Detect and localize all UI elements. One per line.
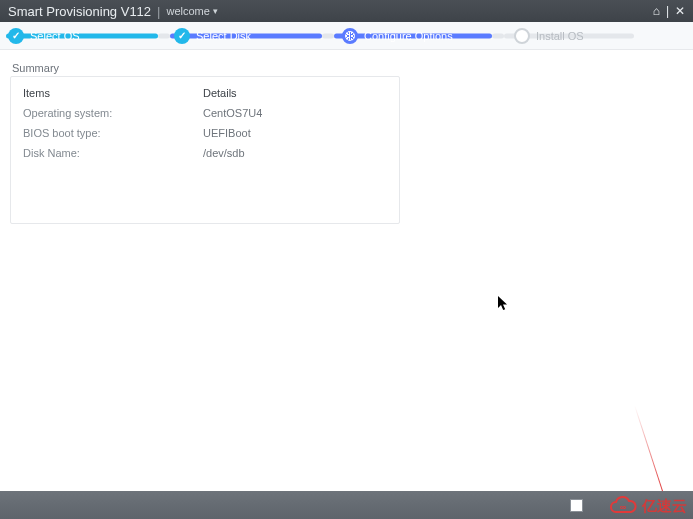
welcome-menu[interactable]: welcome ▾ — [166, 5, 217, 17]
summary-heading: Summary — [12, 62, 683, 74]
step-select-os[interactable]: Select OS — [8, 28, 80, 44]
close-icon[interactable]: ✕ — [675, 4, 685, 18]
step-install-os[interactable]: Install OS — [514, 28, 584, 44]
spinner-icon — [342, 28, 358, 44]
separator: | — [666, 4, 669, 18]
row-val: UEFIBoot — [203, 127, 387, 139]
row-key: Operating system: — [23, 107, 203, 119]
table-row: Operating system: CentOS7U4 — [23, 103, 387, 123]
title-divider: | — [157, 4, 160, 19]
check-icon — [8, 28, 24, 44]
footer-bar — [0, 491, 693, 519]
watermark-text: 亿速云 — [642, 497, 687, 516]
content-area: Summary Items Details Operating system: … — [0, 50, 693, 224]
table-row: Disk Name: /dev/sdb — [23, 143, 387, 163]
summary-panel: Items Details Operating system: CentOS7U… — [10, 76, 400, 224]
progress-steps: Select OS Select Disk Configure Options … — [0, 22, 693, 50]
home-icon[interactable]: ⌂ — [653, 4, 660, 18]
col-details: Details — [203, 87, 387, 99]
cloud-icon: ∞ — [608, 495, 638, 517]
step-label: Configure Options — [364, 30, 453, 42]
cursor-icon — [498, 296, 509, 315]
welcome-label: welcome — [166, 5, 209, 17]
col-items: Items — [23, 87, 203, 99]
summary-header-row: Items Details — [23, 83, 387, 103]
check-icon — [174, 28, 190, 44]
step-configure-options[interactable]: Configure Options — [342, 28, 453, 44]
watermark: ∞ 亿速云 — [608, 495, 687, 517]
app-title: Smart Provisioning V112 — [8, 4, 151, 19]
footer-checkbox[interactable] — [570, 499, 583, 512]
pending-icon — [514, 28, 530, 44]
step-label: Select OS — [30, 30, 80, 42]
step-label: Install OS — [536, 30, 584, 42]
svg-text:∞: ∞ — [620, 502, 627, 512]
row-val: /dev/sdb — [203, 147, 387, 159]
step-select-disk[interactable]: Select Disk — [174, 28, 251, 44]
title-bar: Smart Provisioning V112 | welcome ▾ ⌂ | … — [0, 0, 693, 22]
row-key: BIOS boot type: — [23, 127, 203, 139]
watermark-line — [634, 405, 663, 491]
chevron-down-icon: ▾ — [213, 6, 218, 16]
table-row: BIOS boot type: UEFIBoot — [23, 123, 387, 143]
step-label: Select Disk — [196, 30, 251, 42]
row-val: CentOS7U4 — [203, 107, 387, 119]
row-key: Disk Name: — [23, 147, 203, 159]
